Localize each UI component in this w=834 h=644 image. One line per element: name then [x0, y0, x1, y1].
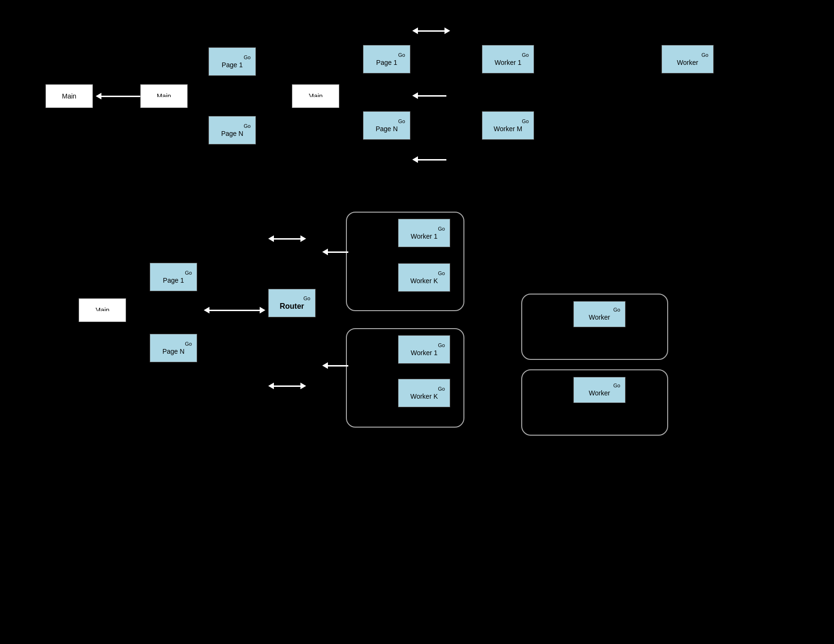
go-label: Go — [398, 53, 405, 58]
go-worker1-tr: Go Worker 1 — [482, 45, 534, 73]
go-worker-rg-2: Go Worker — [573, 377, 626, 403]
arrow-to-router — [204, 307, 265, 313]
go-page1-tl: Go Page 1 — [208, 47, 256, 76]
go-label: Go — [244, 124, 251, 129]
arrowhead — [268, 235, 274, 242]
arrowhead — [412, 156, 418, 163]
worker-label: Worker 1 — [403, 349, 445, 357]
arrow-line — [209, 310, 260, 311]
worker-label: Worker — [667, 59, 708, 66]
page-label: Page N — [155, 348, 192, 355]
go-page1-bot: Go Page 1 — [150, 263, 197, 291]
arrow-bottom-top — [268, 235, 306, 242]
go-label: Go — [303, 296, 310, 301]
arrowhead — [152, 94, 157, 101]
go-workerM-tr: Go Worker M — [482, 111, 534, 140]
arrowhead-r — [300, 383, 306, 389]
go-worker1-tg: Go Worker 1 — [398, 219, 450, 247]
arrow-line — [274, 385, 300, 387]
go-label: Go — [438, 226, 445, 232]
go-worker1-bg: Go Worker 1 — [398, 335, 450, 364]
arrow-to-wg-bot — [322, 362, 348, 369]
arrowhead-left — [96, 93, 101, 99]
arrowhead — [322, 362, 328, 369]
arrow-line — [96, 311, 121, 313]
arrow-mid-between — [412, 92, 450, 99]
go-label: Go — [438, 386, 445, 392]
go-pageN-bot: Go Page N — [150, 334, 197, 362]
arrow-line — [418, 30, 444, 32]
worker-label: Worker M — [487, 125, 529, 133]
main-box-top-left: Main — [45, 84, 93, 108]
arrowhead — [304, 94, 309, 101]
arrowhead-r — [444, 27, 450, 34]
go-page1-tm-l: Go Page 1 — [363, 45, 410, 73]
go-worker-rg-1: Go Worker — [573, 301, 626, 327]
arrow-line — [309, 97, 330, 98]
go-worker-right-top: Go Worker — [662, 45, 714, 73]
worker-label: Worker 1 — [487, 59, 529, 66]
router-label: Router — [273, 302, 310, 311]
arrow-to-wg-top — [322, 249, 348, 255]
go-label: Go — [244, 55, 251, 60]
arrow-line — [328, 251, 348, 253]
go-label: Go — [185, 341, 192, 347]
arrowhead — [412, 27, 418, 34]
arrow-line — [101, 96, 143, 97]
go-label: Go — [522, 53, 529, 58]
go-router-bot: Go Router — [268, 289, 316, 317]
arrow-line — [418, 95, 446, 97]
page-label: Page 1 — [214, 61, 251, 69]
main-label-tl: Main — [62, 92, 76, 100]
arrow-tm-inner — [152, 94, 178, 101]
go-workerK-bg: Go Worker K — [398, 379, 450, 407]
arrowhead — [204, 307, 209, 313]
go-label: Go — [613, 307, 620, 313]
arrow-line — [274, 238, 300, 240]
go-label: Go — [185, 270, 192, 276]
page-label: Page N — [368, 125, 405, 133]
go-pageN-tl: Go Page N — [208, 116, 256, 144]
go-workerK-tg: Go Worker K — [398, 263, 450, 292]
page-label: Page 1 — [368, 59, 405, 66]
arrow-tl-1 — [96, 93, 143, 99]
arrow-line — [418, 159, 446, 161]
arrow-bottom-bot — [268, 383, 306, 389]
page-label: Page N — [214, 130, 251, 137]
arrow-bot-right — [412, 156, 450, 163]
arrow-top-between — [412, 27, 450, 34]
arrowhead-r — [260, 307, 265, 313]
go-label: Go — [522, 119, 529, 124]
go-pageN-tm-l: Go Page N — [363, 111, 410, 140]
arrow-line — [157, 97, 178, 98]
worker-label: Worker — [579, 389, 620, 397]
arrowhead — [322, 249, 328, 255]
worker-label: Worker K — [403, 277, 445, 285]
go-label: Go — [613, 383, 620, 388]
arrow-bot-main — [91, 308, 121, 315]
arrowhead — [412, 92, 418, 99]
go-label: Go — [438, 271, 445, 276]
worker-label: Worker K — [403, 393, 445, 400]
arrowhead-r — [300, 235, 306, 242]
worker-label: Worker — [579, 313, 620, 321]
arrow-tm2 — [304, 94, 330, 101]
go-label: Go — [398, 119, 405, 124]
worker-label: Worker 1 — [403, 233, 445, 240]
arrowhead — [268, 383, 274, 389]
arrow-line — [328, 365, 348, 367]
go-label: Go — [438, 343, 445, 348]
arrowhead — [91, 308, 96, 315]
page-label: Page 1 — [155, 277, 192, 284]
go-label: Go — [701, 53, 708, 58]
